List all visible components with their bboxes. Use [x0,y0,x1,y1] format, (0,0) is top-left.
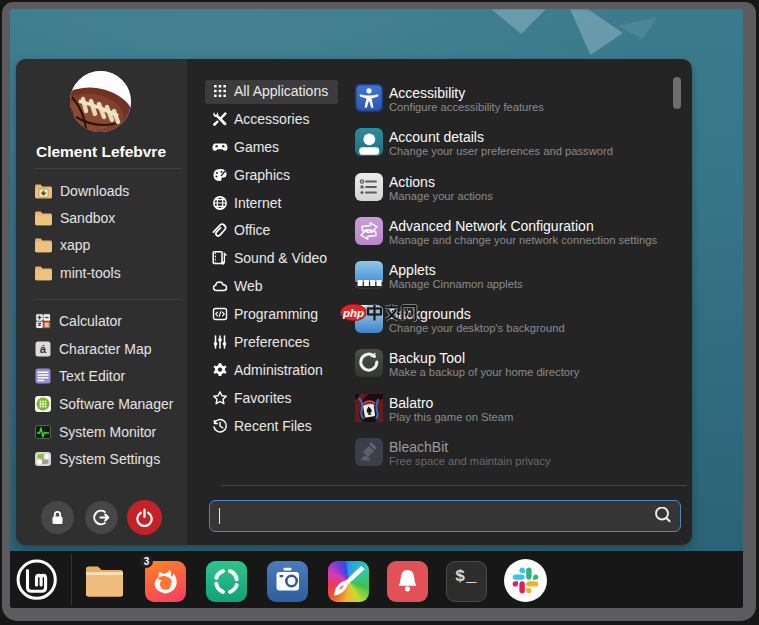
svg-text:php: php [342,307,364,319]
svg-text:á: á [40,343,47,355]
